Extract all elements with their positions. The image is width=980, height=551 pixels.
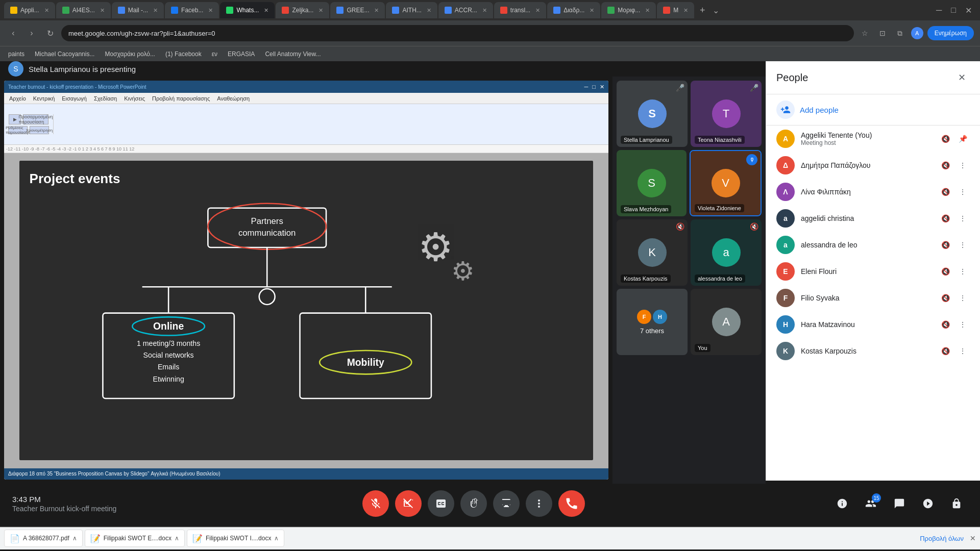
present-button[interactable]	[493, 490, 520, 517]
tab-fb[interactable]: Faceb... ✕	[165, 2, 219, 18]
bookmark-ergasia[interactable]: ERGASIA	[225, 49, 258, 59]
lina-more-button[interactable]: ⋮	[955, 185, 970, 199]
tab-close[interactable]: ✕	[153, 7, 158, 14]
participant-tile-stella[interactable]: S Stella Lamprianou 🎤	[617, 81, 688, 147]
tab-accr[interactable]: ACCR... ✕	[438, 2, 493, 18]
tab-close[interactable]: ✕	[427, 7, 431, 14]
tab-gree[interactable]: GREE... ✕	[330, 2, 385, 18]
ppt-close[interactable]: ✕	[600, 84, 604, 90]
captions-button[interactable]	[428, 490, 454, 517]
tab-ai4es[interactable]: AI4ES... ✕	[56, 2, 111, 18]
profile-button[interactable]: A	[910, 26, 924, 40]
close-window-button[interactable]: ✕	[961, 6, 976, 15]
activities-button[interactable]	[917, 492, 939, 515]
download-item-1[interactable]: 📄 A 368628077.pdf ∧	[4, 530, 83, 547]
download-item-3[interactable]: 📝 Filippaki SWOT I....docx ∧	[187, 530, 284, 547]
participant-tile-kostas[interactable]: K Kostas Karpouzis 🔇	[617, 219, 688, 286]
tab-overflow-button[interactable]: ⌄	[713, 6, 719, 15]
end-call-button[interactable]	[558, 490, 585, 517]
ppt-menu-insert[interactable]: Κεντρική	[30, 94, 58, 103]
alessandra2-mic-button[interactable]: 🔇	[938, 238, 952, 252]
ppt-menu-view[interactable]: Αναθεώρηση	[214, 94, 253, 103]
mic-button[interactable]	[362, 490, 389, 517]
participant-tile-slava[interactable]: S Slava Mezhdoyan	[617, 150, 687, 216]
tab-close[interactable]: ✕	[535, 7, 540, 14]
downloads-close-button[interactable]: ✕	[970, 534, 976, 542]
lock-button[interactable]	[945, 492, 968, 515]
forward-button[interactable]: ›	[24, 26, 39, 40]
show-all-button[interactable]: Προβολή όλων	[920, 535, 964, 542]
update-button[interactable]: Ενημέρωση	[927, 26, 974, 40]
download-expand-3[interactable]: ∧	[274, 535, 279, 542]
raise-hand-button[interactable]	[460, 490, 487, 517]
participant-tile-teona[interactable]: T Teona Niazashvili 🎤	[691, 81, 762, 147]
participant-tile-alessandra[interactable]: a alessandra de leo 🔇	[691, 219, 762, 286]
new-tab-button[interactable]: +	[695, 3, 709, 17]
lina-mic-button[interactable]: 🔇	[938, 185, 952, 199]
tab-transl[interactable]: transl... ✕	[494, 2, 546, 18]
download-expand-2[interactable]: ∧	[175, 535, 179, 542]
maximize-button[interactable]: □	[947, 6, 960, 15]
cast-button[interactable]: ⊡	[875, 26, 890, 40]
ppt-menu-file[interactable]: Αρχείο	[6, 94, 29, 103]
ppt-ribbon-btn2[interactable]: Προσαρμοσμένη παρουσίαση	[23, 114, 48, 124]
tab-close[interactable]: ✕	[100, 7, 105, 14]
bookmark-button[interactable]: ☆	[858, 26, 872, 40]
tab-close[interactable]: ✕	[590, 7, 594, 14]
tab-mail[interactable]: Mail -... ✕	[112, 2, 164, 18]
aggelidi-more-button[interactable]: ⋮	[955, 211, 970, 226]
dimitra-more-button[interactable]: ⋮	[955, 158, 970, 172]
hara-mic-button[interactable]: 🔇	[938, 317, 952, 332]
tab-aith[interactable]: AITH... ✕	[386, 2, 437, 18]
ppt-menu-design[interactable]: Εισαγωγή	[59, 94, 90, 103]
aggeliki-mic-button[interactable]: 🔇	[938, 132, 952, 146]
aggelidi-mic-button[interactable]: 🔇	[938, 211, 952, 226]
more-options-button[interactable]	[526, 490, 552, 517]
alessandra2-more-button[interactable]: ⋮	[955, 238, 970, 252]
add-people-button[interactable]: Add people	[766, 94, 980, 126]
bookmark-en[interactable]: εν	[209, 49, 220, 59]
tab-close[interactable]: ✕	[44, 7, 49, 14]
tab-mori[interactable]: Μοριφ... ✕	[601, 2, 656, 18]
tab-close[interactable]: ✕	[683, 7, 688, 14]
address-bar[interactable]: meet.google.com/ugh-zsvw-rar?pli=1&authu…	[61, 25, 854, 41]
ppt-minimize[interactable]: ─	[584, 84, 589, 90]
ppt-menu-slideshow[interactable]: Κινήσεις	[121, 94, 148, 103]
info-button[interactable]	[831, 492, 853, 515]
tab-diad[interactable]: Διαδρ... ✕	[547, 2, 600, 18]
bookmark-michael[interactable]: Michael Cacoyannis...	[32, 49, 97, 59]
ppt-menu-review[interactable]: Προβολή παρουσίασης	[149, 94, 213, 103]
bookmark-cell[interactable]: Cell Anatomy View...	[262, 49, 324, 59]
tab-close[interactable]: ✕	[645, 7, 650, 14]
eleni-mic-button[interactable]: 🔇	[938, 264, 952, 279]
tab-appli[interactable]: Appli... ✕	[4, 2, 55, 18]
download-item-2[interactable]: 📝 Filippaki SWOT E....docx ∧	[85, 530, 185, 547]
ppt-menu-anims[interactable]: Σχεδίαση	[91, 94, 120, 103]
aggeliki-pin-button[interactable]: 📌	[955, 132, 970, 146]
kostas2-more-button[interactable]: ⋮	[955, 344, 970, 358]
people-panel-button[interactable]: 15	[860, 492, 882, 515]
participant-tile-you[interactable]: A You	[691, 289, 762, 355]
kostas2-mic-button[interactable]: 🔇	[938, 344, 952, 358]
filio-more-button[interactable]: ⋮	[955, 291, 970, 305]
tab-close[interactable]: ✕	[318, 7, 323, 14]
tab-close[interactable]: ✕	[374, 7, 379, 14]
bookmark-paints[interactable]: paints	[5, 49, 28, 59]
download-expand-1[interactable]: ∧	[72, 535, 77, 542]
hara-more-button[interactable]: ⋮	[955, 317, 970, 332]
bookmark-fb[interactable]: (1) Facebook	[162, 49, 205, 59]
ppt-maximize[interactable]: □	[592, 84, 596, 90]
bookmark-mosch[interactable]: Μοσχαράκι ρολό...	[102, 49, 158, 59]
tab-close[interactable]: ✕	[264, 7, 268, 14]
participant-tile-others[interactable]: F H 7 others	[617, 289, 688, 355]
chat-button[interactable]	[888, 492, 911, 515]
minimize-button[interactable]: ─	[932, 6, 946, 15]
dimitra-mic-button[interactable]: 🔇	[938, 158, 952, 172]
tab-close[interactable]: ✕	[482, 7, 487, 14]
back-button[interactable]: ‹	[6, 26, 20, 40]
reload-button[interactable]: ↻	[43, 26, 57, 40]
eleni-more-button[interactable]: ⋮	[955, 264, 970, 279]
extensions-button[interactable]: ⧉	[893, 26, 907, 40]
people-close-button[interactable]: ✕	[953, 69, 970, 86]
tab-zeljka[interactable]: Zeljka... ✕	[276, 2, 329, 18]
